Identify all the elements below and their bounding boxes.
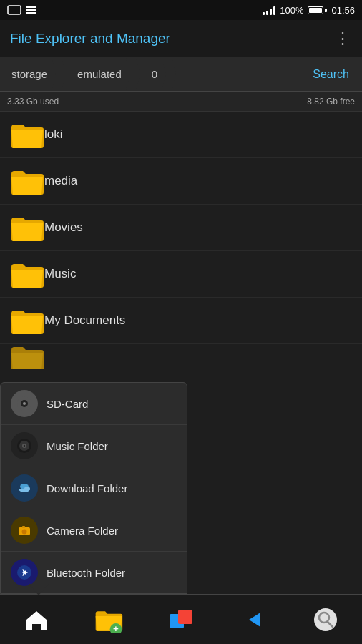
bottom-toolbar: + — [0, 594, 362, 644]
svg-rect-2 — [26, 9, 36, 11]
folder-icon — [10, 167, 44, 195]
clock: 01:56 — [331, 5, 355, 16]
music-icon — [11, 432, 38, 459]
app-title: File Explorer and Manager — [10, 31, 170, 47]
svg-rect-0 — [8, 6, 21, 14]
copy-icon — [168, 607, 194, 633]
svg-rect-3 — [26, 12, 36, 14]
svg-point-23 — [314, 608, 337, 631]
add-folder-icon: + — [94, 607, 123, 633]
status-bar: 100% 01:56 — [0, 0, 362, 20]
context-menu-music[interactable]: Music Folder — [1, 425, 187, 467]
breadcrumb-emulated[interactable]: emulated — [66, 57, 133, 91]
folder-icon — [10, 213, 44, 242]
folder-icon — [10, 344, 44, 369]
back-button[interactable] — [232, 598, 275, 641]
search-circle-icon — [313, 607, 338, 633]
context-menu-arrow — [29, 584, 49, 595]
context-menu-camera[interactable]: Camera Folder — [1, 509, 187, 552]
download-icon — [11, 474, 38, 502]
battery-percentage: 100% — [280, 5, 303, 16]
camera-label: Camera Folder — [47, 525, 118, 537]
list-item[interactable]: Music — [0, 251, 362, 298]
storage-info-bar: 3.33 Gb used 8.82 Gb free — [0, 92, 362, 112]
list-item[interactable]: Movies — [0, 205, 362, 251]
svg-rect-22 — [178, 610, 192, 624]
battery-icon — [308, 6, 327, 14]
storage-free: 8.82 Gb free — [307, 97, 355, 107]
file-name: Movies — [44, 220, 83, 235]
sdcard-icon — [11, 390, 38, 417]
list-item[interactable]: My Documents — [0, 298, 362, 344]
overflow-menu-icon[interactable]: ⋮ — [335, 29, 352, 48]
back-icon — [240, 607, 266, 633]
status-right-icons: 100% 01:56 — [263, 5, 355, 16]
context-menu-download[interactable]: Download Folder — [1, 467, 187, 509]
search-toolbar-button[interactable] — [304, 598, 347, 641]
folder-icon — [10, 306, 44, 335]
file-name: Music — [44, 267, 76, 281]
signal-bars-icon — [263, 5, 275, 15]
context-menu-sdcard[interactable]: SD-Card — [1, 383, 187, 425]
breadcrumb-bar: storage emulated 0 Search — [0, 57, 362, 92]
file-name: My Documents — [44, 313, 125, 328]
svg-rect-17 — [22, 526, 25, 528]
add-folder-button[interactable]: + — [87, 598, 130, 641]
file-name: media — [44, 174, 77, 188]
menu-icon — [26, 5, 36, 15]
svg-rect-1 — [26, 6, 36, 8]
music-label: Music Folder — [47, 440, 108, 452]
storage-used: 3.33 Gb used — [7, 97, 59, 107]
file-name: loki — [44, 127, 63, 142]
list-item[interactable]: media — [0, 158, 362, 205]
list-item-partial[interactable] — [0, 344, 362, 369]
window-icon — [7, 5, 21, 15]
app-bar: File Explorer and Manager ⋮ — [0, 20, 362, 57]
status-left-icons — [7, 5, 36, 15]
home-icon — [24, 607, 49, 633]
copy-button[interactable] — [160, 598, 202, 641]
sdcard-label: SD-Card — [47, 398, 88, 410]
svg-point-6 — [23, 402, 26, 405]
list-item[interactable]: loki — [0, 112, 362, 158]
context-menu: SD-Card Music Folder Download Folder — [0, 382, 187, 594]
breadcrumb-0[interactable]: 0 — [140, 57, 169, 91]
svg-point-10 — [24, 445, 25, 447]
breadcrumb-storage[interactable]: storage — [0, 57, 59, 91]
folder-icon — [10, 260, 44, 288]
camera-icon — [11, 517, 38, 544]
home-button[interactable] — [15, 598, 58, 641]
svg-point-16 — [22, 530, 27, 535]
bluetooth-icon — [11, 559, 38, 586]
search-button[interactable]: Search — [300, 68, 362, 81]
svg-text:+: + — [113, 623, 119, 633]
bluetooth-label: Bluetooth Folder — [47, 567, 125, 579]
download-label: Download Folder — [47, 482, 127, 494]
folder-icon — [10, 120, 44, 149]
